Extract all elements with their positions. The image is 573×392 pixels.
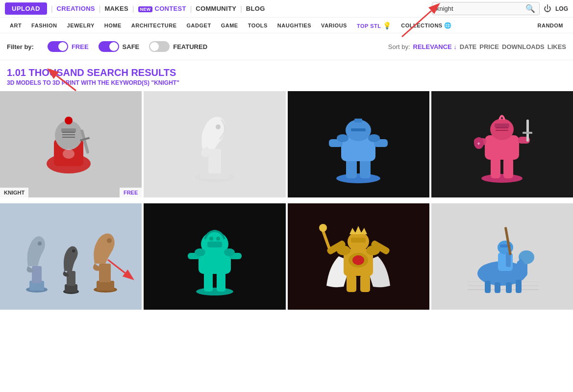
free-toggle[interactable]: [48, 41, 68, 52]
svg-rect-5: [62, 134, 75, 135]
svg-point-34: [490, 119, 514, 140]
nav-community[interactable]: COMMUNITY: [196, 5, 236, 12]
results-header: 1.01 THOUSAND SEARCH RESULTS 3D MODELS T…: [0, 60, 573, 89]
sort-downloads[interactable]: DOWNLOADS: [502, 43, 545, 50]
results-subtitle: 3D MODELS TO 3D PRINT WITH THE KEYWORD(S…: [7, 79, 566, 86]
pink-knight-svg: ⚜: [470, 105, 534, 183]
svg-rect-35: [495, 123, 509, 127]
safe-label: SAFE: [123, 43, 140, 50]
grid-item-1-label: KNIGHT: [0, 188, 28, 197]
svg-rect-4: [62, 132, 75, 133]
sort-date[interactable]: DATE: [460, 43, 476, 50]
grid-item-2[interactable]: [144, 91, 285, 197]
log-button[interactable]: LOG: [555, 5, 568, 12]
results-count: 1.01 THOUSAND SEARCH RESULTS: [7, 67, 566, 78]
new-badge: NEW: [138, 6, 153, 12]
sort-relevance[interactable]: RELEVANCE ↓: [413, 43, 457, 50]
svg-rect-3: [61, 128, 76, 132]
cat-tools[interactable]: TOOLS: [243, 23, 273, 28]
featured-filter-group: FEATURED: [149, 41, 207, 52]
grid-image-1: [0, 91, 142, 197]
svg-rect-13: [208, 149, 221, 173]
top-navigation: UPLOAD | CREATIONS | MAKES | NEWCONTEST …: [0, 0, 573, 18]
svg-point-73: [337, 245, 350, 255]
collections-icon: 🌐: [444, 22, 452, 29]
cat-gadget[interactable]: GADGET: [182, 23, 216, 28]
cat-collections[interactable]: COLLECTIONS 🌐: [396, 22, 456, 29]
nav-right-section: 🔍 ⏻ LOG: [432, 2, 568, 15]
cat-random[interactable]: RANDOM: [533, 23, 569, 28]
nav-separator-1: |: [51, 5, 53, 13]
cat-top-stl[interactable]: TOP STL 💡: [352, 22, 396, 29]
svg-point-52: [196, 288, 233, 295]
svg-point-14: [216, 124, 221, 129]
grid-item-8[interactable]: [431, 203, 573, 310]
grid-item-4[interactable]: ⚜: [431, 91, 573, 197]
nav-separator-2: |: [99, 5, 101, 13]
svg-rect-36: [496, 127, 508, 128]
svg-rect-50: [99, 264, 111, 282]
grid-item-5[interactable]: [0, 203, 142, 310]
cat-jewelry[interactable]: JEWELRY: [62, 23, 100, 28]
grid-item-6[interactable]: [144, 203, 285, 310]
grid-item-3[interactable]: [288, 91, 429, 197]
svg-point-63: [224, 248, 235, 256]
filter-by-label: Filter by:: [7, 43, 34, 50]
safe-toggle[interactable]: [99, 41, 119, 52]
svg-point-9: [65, 117, 73, 124]
search-input[interactable]: [436, 5, 525, 12]
results-grid-row2: [0, 201, 573, 312]
svg-rect-27: [491, 158, 500, 178]
sort-likes[interactable]: LIKES: [548, 43, 566, 50]
svg-rect-72: [351, 238, 366, 243]
figure-8: [431, 203, 573, 310]
grid-image-7: [288, 203, 429, 310]
svg-point-47: [72, 249, 75, 252]
grid-item-1[interactable]: KNIGHT FREE: [0, 91, 142, 197]
free-toggle-knob: [58, 42, 67, 51]
search-icon-button[interactable]: 🔍: [525, 4, 535, 13]
svg-rect-22: [351, 128, 366, 131]
svg-point-10: [63, 149, 75, 159]
svg-rect-59: [207, 242, 222, 247]
figure-5: [0, 203, 142, 310]
svg-rect-69: [321, 230, 330, 249]
svg-point-66: [352, 255, 364, 265]
cat-game[interactable]: GAME: [216, 23, 243, 28]
nav-contest[interactable]: NEWCONTEST: [138, 5, 186, 12]
nav-blog[interactable]: BLOG: [246, 5, 265, 12]
svg-rect-37: [496, 130, 508, 131]
blue-knight-svg: [324, 105, 393, 183]
figure-4: ⚜: [431, 91, 573, 197]
featured-toggle[interactable]: [149, 41, 170, 52]
svg-point-51: [107, 238, 112, 243]
upload-button[interactable]: UPLOAD: [5, 2, 47, 15]
cat-various[interactable]: VARIOUS: [316, 23, 352, 28]
svg-point-24: [337, 134, 349, 142]
sort-section: Sort by: RELEVANCE ↓ DATE PRICE DOWNLOAD…: [388, 43, 566, 50]
power-icon: ⏻: [544, 4, 551, 13]
svg-rect-53: [204, 272, 213, 292]
nav-separator-5: |: [240, 5, 242, 13]
category-navigation: ART FASHION JEWELRY HOME ARCHITECTURE GA…: [0, 18, 573, 33]
grid-item-7[interactable]: [288, 203, 429, 310]
sort-price[interactable]: PRICE: [479, 43, 499, 50]
cat-home[interactable]: HOME: [100, 23, 126, 28]
svg-rect-6: [62, 137, 75, 138]
featured-toggle-knob: [150, 42, 159, 51]
grid-image-6: [144, 203, 285, 310]
svg-point-15: [336, 173, 380, 183]
svg-rect-75: [347, 275, 356, 292]
nav-creations[interactable]: CREATIONS: [57, 5, 95, 12]
blue-mounted-knight-svg: [463, 217, 541, 295]
cat-art[interactable]: ART: [5, 23, 26, 28]
cat-architecture[interactable]: ARCHITECTURE: [126, 23, 182, 28]
free-label: FREE: [72, 43, 89, 50]
svg-rect-33: [523, 132, 532, 134]
nav-makes[interactable]: MAKES: [104, 5, 128, 12]
search-box: 🔍: [432, 2, 540, 15]
cat-naughties[interactable]: NAUGHTIES: [273, 23, 316, 28]
nav-separator-3: |: [132, 5, 134, 13]
cat-fashion[interactable]: FASHION: [26, 23, 62, 28]
svg-point-60: [209, 237, 213, 241]
